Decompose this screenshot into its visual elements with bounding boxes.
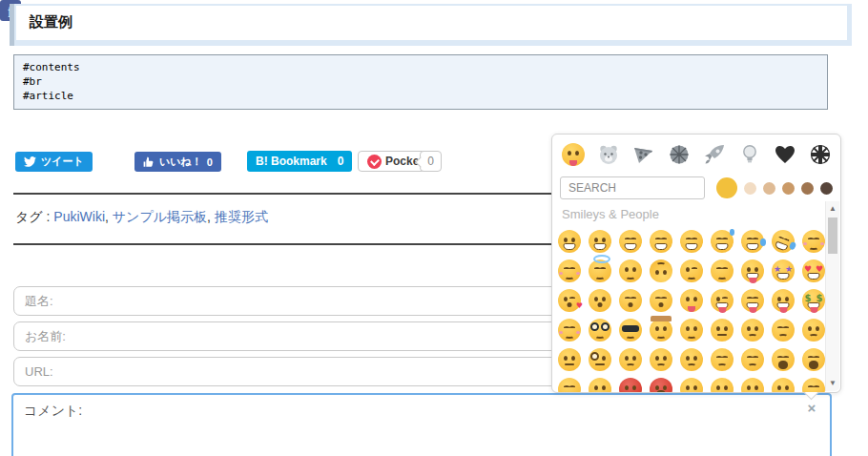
emoji-worried-face[interactable]	[802, 319, 825, 342]
tab-food-drink[interactable]	[632, 143, 655, 166]
category-label: Smileys & People	[562, 207, 659, 221]
pizza-icon	[632, 143, 655, 166]
emoji-angry-face[interactable]	[589, 378, 611, 393]
emoji-face-with-steam-from-nose[interactable]	[558, 378, 581, 393]
emoji-slightly-smiling-face[interactable]	[619, 259, 642, 282]
emoji-sneezing-face[interactable]	[802, 378, 825, 393]
emoji-grinning-face-with-sweat[interactable]	[711, 230, 734, 253]
facebook-like-button[interactable]: いいね！ 0	[134, 152, 221, 172]
hatena-label: B! Bookmark	[256, 155, 327, 168]
emoji-grinning-face-smiling-eyes[interactable]	[619, 230, 642, 253]
emoji-weary-face[interactable]	[802, 348, 825, 371]
emoji-money-mouth-face[interactable]	[802, 289, 825, 312]
emoji-cowboy-hat-face[interactable]	[650, 319, 672, 342]
page-title: 設置例	[16, 6, 847, 31]
emoji-smirking-face[interactable]	[680, 319, 703, 342]
emoji-face-blowing-a-kiss[interactable]	[558, 289, 581, 312]
emoji-smiling-face-with-halo[interactable]	[589, 259, 611, 282]
emoji-face-savoring-food[interactable]	[680, 289, 703, 312]
tab-flags[interactable]	[809, 143, 832, 166]
emoji-smiling-face-heart-eyes[interactable]	[802, 259, 825, 282]
emoji-smiling-face-with-sunglasses[interactable]	[619, 319, 642, 342]
skin-tone-2[interactable]	[744, 182, 756, 195]
emoji-grinning-squinting-face[interactable]	[680, 230, 703, 253]
emoji-kissing-face-smiling-eyes[interactable]	[619, 289, 642, 312]
tag-link-1[interactable]: PukiWiki	[53, 209, 105, 224]
emoji-winking-face-with-tongue[interactable]	[711, 289, 734, 312]
emoji-face-with-medical-mask[interactable]	[680, 378, 703, 393]
tag-list: PukiWiki, サンプル掲示板, 推奨形式	[53, 209, 268, 224]
emoji-kissing-face-closed-eyes[interactable]	[650, 289, 672, 312]
emoji-kissing-face[interactable]	[589, 289, 611, 312]
emoji-face-with-symbols-on-mouth[interactable]	[650, 378, 672, 393]
page-heading: 設置例	[10, 4, 852, 46]
tab-symbols[interactable]	[774, 143, 796, 166]
emoji-slightly-frowning-face[interactable]	[650, 348, 672, 371]
heading-accent-bar	[10, 4, 14, 46]
like-count: 0	[207, 156, 213, 168]
emoji-face-with-head-bandage[interactable]	[741, 378, 764, 393]
tab-animals-nature[interactable]	[597, 143, 620, 166]
emoji-zany-face[interactable]	[741, 259, 764, 282]
smiley-face-icon	[562, 143, 585, 166]
thumbs-up-icon	[143, 156, 155, 168]
emoji-pensive-face[interactable]	[772, 319, 795, 342]
skin-tone-1[interactable]	[716, 177, 737, 198]
emoji-category-tabs	[552, 135, 840, 175]
emoji-face-with-monocle[interactable]	[589, 348, 611, 371]
emoji-grinning-face-big-eyes[interactable]	[589, 230, 611, 253]
like-label: いいね！	[159, 155, 202, 169]
twitter-bird-icon	[24, 156, 36, 167]
skin-tone-5[interactable]	[801, 182, 814, 195]
emoji-scroll-area: Smileys & People	[552, 201, 840, 392]
emoji-face-with-tongue[interactable]	[772, 289, 795, 312]
emoji-hugging-face[interactable]	[558, 319, 581, 342]
emoji-winking-face[interactable]	[680, 259, 703, 282]
emoji-rolling-on-the-floor-laughing[interactable]	[769, 226, 798, 256]
emoji-upside-down-face[interactable]	[650, 259, 672, 282]
emoji-disappointed-face[interactable]	[741, 319, 764, 342]
emoji-grinning-face[interactable]	[558, 230, 581, 253]
emoji-smiling-face[interactable]	[802, 230, 825, 253]
emoji-frowning-face[interactable]	[680, 348, 703, 371]
picker-scrollbar[interactable]: ▲ ▼	[825, 201, 839, 391]
emoji-star-struck[interactable]	[772, 259, 795, 282]
emoji-smiling-face-smiling-eyes[interactable]	[558, 259, 581, 282]
tab-objects[interactable]	[738, 143, 761, 166]
skin-tone-3[interactable]	[763, 182, 775, 195]
emoji-beaming-face[interactable]	[650, 230, 672, 253]
hatena-bookmark-button[interactable]: B! Bookmark 0	[247, 151, 352, 172]
rocket-icon	[703, 143, 726, 166]
emoji-confused-face[interactable]	[619, 348, 642, 371]
comment-textarea[interactable]	[11, 393, 832, 456]
tweet-button[interactable]: ツイート	[15, 152, 93, 172]
emoji-face-with-tears-of-joy[interactable]	[741, 230, 764, 253]
tag-link-2[interactable]: サンプル掲示板	[113, 209, 207, 224]
emoji-picker: Smileys & People ▲ ▼	[551, 134, 841, 393]
code-block-text: #contents #br #article	[14, 55, 827, 108]
tweet-label: ツイート	[41, 155, 84, 169]
emoji-tired-face[interactable]	[772, 348, 795, 371]
scrollbar-thumb[interactable]	[828, 218, 837, 254]
tab-travel-places[interactable]	[703, 143, 726, 166]
emoji-relieved-face[interactable]	[711, 259, 734, 282]
emoji-pouting-face[interactable]	[619, 378, 642, 393]
emoji-confounded-face[interactable]	[741, 348, 764, 371]
emoji-persevering-face[interactable]	[711, 348, 734, 371]
emoji-squinting-face-with-tongue[interactable]	[741, 289, 764, 312]
emoji-search-input[interactable]	[560, 176, 705, 199]
tag-link-3[interactable]: 推奨形式	[215, 209, 268, 224]
emoji-face-with-thermometer[interactable]	[711, 378, 734, 393]
emoji-face-with-raised-eyebrow[interactable]	[558, 348, 581, 371]
emoji-nauseated-face[interactable]	[772, 378, 795, 393]
skin-tone-4[interactable]	[782, 182, 795, 195]
emoji-nerd-face[interactable]	[589, 319, 611, 342]
tab-smileys-people[interactable]	[562, 143, 585, 166]
flag-icon	[809, 143, 832, 166]
emoji-picker-close-button[interactable]: ×	[803, 400, 820, 417]
emoji-unamused-face[interactable]	[711, 319, 734, 342]
tab-activity[interactable]	[668, 143, 691, 166]
skin-tone-6[interactable]	[820, 182, 833, 195]
scroll-down-icon[interactable]: ▼	[826, 377, 839, 390]
scroll-up-icon[interactable]: ▲	[826, 202, 839, 216]
